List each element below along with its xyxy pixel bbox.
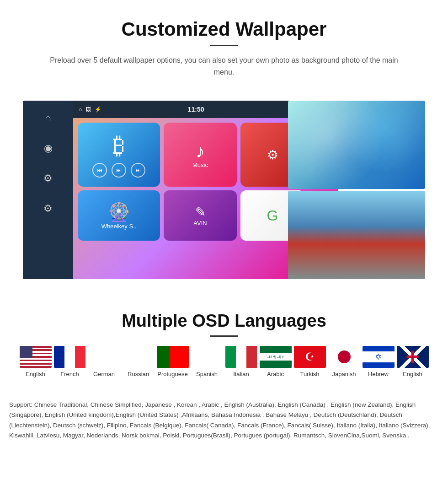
it-red	[246, 346, 257, 368]
flag-gb	[397, 346, 429, 368]
flag-ar: لا إله إلا الله	[260, 346, 292, 368]
support-text: Support: Chinese Traditional, Chinese Si…	[0, 395, 448, 450]
music-label: Music	[192, 162, 208, 168]
flag-item-portuguese: Protuguese	[155, 346, 190, 377]
flag-ru	[123, 346, 155, 368]
flag-jp	[328, 346, 360, 368]
usb-icon: ⚡	[95, 106, 101, 113]
flag-label-hebrew: Hebrew	[368, 371, 389, 377]
flag-label-spanish: Spanish	[196, 371, 218, 377]
ff-btn[interactable]: ⏭	[112, 163, 126, 178]
pt-red	[170, 346, 189, 368]
wallpaper-mockup: ⌂ ◉ ⚙ ⚙ ⌂ 🖼 ⚡ 11:50 📷 🔊 ✕ ▭ ↩	[23, 101, 425, 284]
il-star: ✡	[375, 353, 382, 361]
prev-btn[interactable]: ⏮	[92, 163, 107, 178]
settings-icon: ⚙	[40, 200, 56, 217]
sidebar: ⌂ ◉ ⚙ ⚙	[23, 101, 73, 279]
pt-green	[157, 346, 170, 368]
ar-white: لا إله إلا الله	[260, 353, 292, 361]
photo-ice	[288, 101, 425, 189]
lang-divider	[210, 335, 238, 337]
status-left: ⌂ 🖼 ⚡	[79, 106, 101, 113]
flag-item-russian: Russian	[121, 346, 155, 377]
flag-item-hebrew: ✡ Hebrew	[361, 346, 395, 377]
flag-de	[88, 346, 120, 368]
flag-item-english: English	[18, 346, 53, 377]
flag-label-turkish: Turkish	[300, 371, 319, 377]
wheelkey-label: Wheelkey S..	[101, 223, 137, 230]
flag-label-russian: Russian	[128, 371, 149, 377]
flag-item-german: German	[87, 346, 121, 377]
flags-row: English French German	[18, 346, 430, 377]
flag-item-japanese: Japanish	[327, 346, 361, 377]
bluetooth-icon: ₿	[113, 132, 125, 159]
next-btn[interactable]: ⏭	[131, 163, 145, 178]
maps-icon: G	[267, 207, 278, 224]
home-status-icon: ⌂	[79, 106, 82, 113]
title-divider	[210, 45, 238, 46]
fr-blue	[54, 346, 64, 368]
flag-item-english-gb: English	[395, 346, 430, 377]
location-icon: ◉	[40, 140, 56, 156]
ar-green1	[260, 346, 292, 353]
it-green	[225, 346, 236, 368]
flag-item-french: French	[53, 346, 87, 377]
avin-icon: ✎	[195, 205, 206, 220]
flag-item-turkish: Turkish	[293, 346, 327, 377]
it-white	[236, 346, 246, 368]
flag-il: ✡	[363, 346, 395, 368]
il-top	[363, 346, 395, 351]
flag-label-arabic: Arabic	[267, 371, 284, 377]
flag-label-english-gb: English	[403, 371, 422, 377]
status-time: 11:50	[188, 106, 204, 113]
flag-item-italian: Italian	[224, 346, 258, 377]
photo-bridge	[288, 191, 425, 279]
music-tile[interactable]: ♪ Music	[164, 123, 237, 187]
ar-green2	[260, 361, 292, 368]
avin-tile[interactable]: ✎ AVIN	[164, 190, 237, 241]
flag-us	[20, 346, 52, 368]
ar-text: لا إله إلا الله	[267, 355, 284, 359]
fr-white	[64, 346, 75, 368]
flag-label-portuguese: Protuguese	[157, 371, 188, 377]
flag-tr	[294, 346, 326, 368]
il-mid: ✡	[363, 351, 395, 362]
flag-it	[225, 346, 257, 368]
image-icon: 🖼	[85, 106, 91, 113]
flag-label-german: German	[93, 371, 115, 377]
il-bot	[363, 362, 395, 368]
languages-section: Multiple OSD Languages English French	[0, 297, 448, 390]
wheelkey-tile[interactable]: 🎡 Wheelkey S..	[78, 190, 160, 241]
support-text-content: Support: Chinese Traditional, Chinese Si…	[9, 401, 430, 439]
bluetooth-tile[interactable]: ₿ ⏮ ⏭ ⏭	[78, 123, 160, 187]
sliders-icon: ⚙	[267, 147, 278, 162]
home-icon: ⌂	[40, 110, 56, 126]
flag-label-italian: Italian	[233, 371, 249, 377]
steering-icon: 🎡	[107, 201, 130, 223]
flag-es	[191, 346, 223, 368]
avin-label: AVIN	[193, 220, 207, 226]
subtitle: Preload over 5 default wallpaper options…	[41, 54, 407, 78]
flag-pt	[157, 346, 189, 368]
music-icon: ♪	[196, 141, 205, 162]
header-section: Customized Wallpaper Preload over 5 defa…	[0, 0, 448, 87]
flag-fr	[54, 346, 86, 368]
equalizer-icon: ⚙	[40, 170, 56, 187]
fr-red	[75, 346, 85, 368]
flag-label-french: French	[60, 371, 79, 377]
flag-label-english: English	[26, 371, 45, 377]
photo-overlay	[288, 101, 425, 279]
languages-title: Multiple OSD Languages	[18, 311, 430, 331]
flag-item-arabic: لا إله إلا الله Arabic	[258, 346, 293, 377]
flag-item-spanish: Spanish	[190, 346, 224, 377]
media-controls: ⏮ ⏭ ⏭	[92, 163, 145, 178]
flag-label-japanese: Japanish	[332, 371, 356, 377]
page-title: Customized Wallpaper	[27, 18, 421, 40]
